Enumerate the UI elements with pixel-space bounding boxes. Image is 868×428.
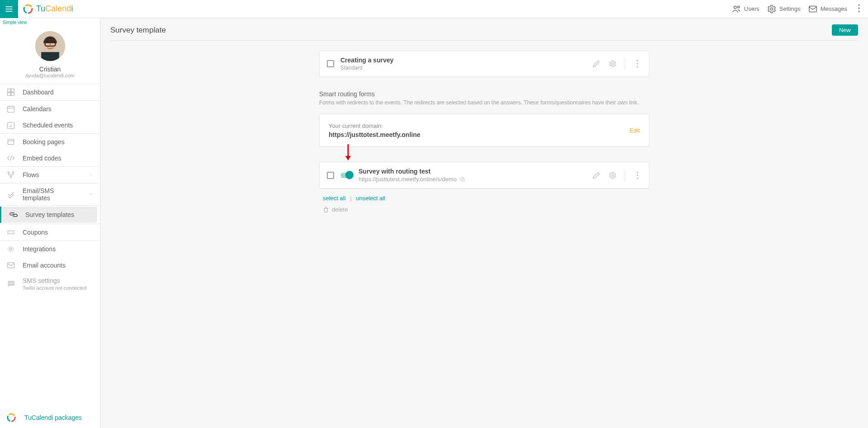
checkbox[interactable]	[327, 60, 334, 67]
avatar[interactable]	[35, 31, 65, 61]
svg-point-7	[737, 6, 739, 8]
logo-icon	[6, 413, 16, 423]
svg-line-29	[10, 155, 11, 161]
nav-sms-label: SMS settings	[23, 277, 86, 284]
svg-point-33	[10, 248, 12, 250]
users-link[interactable]: Users	[731, 4, 760, 14]
svg-point-49	[612, 174, 614, 176]
messages-label: Messages	[821, 5, 847, 12]
nav-sms-sub: Twilio account not connected	[23, 285, 86, 291]
chevron-down-icon	[88, 171, 94, 179]
domain-value: https://justtotest.meetfy.online	[329, 131, 420, 138]
nav-email-sms[interactable]: Email/SMS templates	[0, 183, 100, 205]
survey-row: Creating a survey Standard	[319, 51, 649, 77]
trash-icon	[323, 207, 329, 213]
edit-button[interactable]	[592, 171, 600, 179]
svg-point-52	[637, 178, 638, 179]
nav-booking[interactable]: Booking pages	[0, 134, 100, 150]
annotation-arrow	[344, 143, 649, 163]
nav-integrations[interactable]: Integrations	[0, 241, 100, 257]
nav-embed[interactable]: Embed codes	[0, 150, 100, 166]
nav-flows[interactable]: Flows	[0, 167, 100, 183]
svg-point-8	[770, 8, 773, 10]
messages-link[interactable]: Messages	[808, 4, 847, 14]
settings-button[interactable]	[609, 171, 617, 179]
mail-icon	[808, 4, 818, 14]
logo-text-3: i	[71, 4, 73, 14]
selection-links: select all | unselect all	[323, 195, 646, 202]
gear-icon	[609, 171, 617, 179]
packages-link[interactable]: TuCalendi packages	[0, 413, 100, 423]
nav-sms-settings[interactable]: SMS settings Twilio account not connecte…	[0, 273, 100, 294]
hamburger-icon	[5, 5, 14, 14]
routing-heading: Smart routing forms	[319, 90, 649, 98]
svg-point-41	[612, 63, 614, 65]
nav-email-accounts[interactable]: Email accounts	[0, 257, 100, 273]
svg-rect-27	[8, 139, 14, 145]
nav-survey-label: Survey templates	[25, 211, 74, 218]
simple-view-link[interactable]: Simple view	[0, 18, 100, 27]
svg-point-36	[10, 283, 11, 284]
nav-calendars[interactable]: Calendars	[0, 101, 100, 117]
nav-booking-label: Booking pages	[23, 138, 65, 146]
profile: Cristian ayuda@tucalendi.com	[0, 27, 100, 84]
delete-link[interactable]: delete	[323, 206, 646, 213]
gear-icon	[767, 4, 777, 14]
svg-rect-20	[8, 93, 11, 96]
new-button[interactable]: New	[832, 24, 858, 36]
row-more-button[interactable]	[633, 60, 642, 68]
page-header: Survey template New	[110, 24, 858, 41]
booking-icon	[6, 137, 15, 146]
survey-icon	[9, 210, 18, 219]
delete-label: delete	[332, 206, 348, 213]
nav-coupons[interactable]: Coupons	[0, 224, 100, 240]
svg-rect-21	[11, 93, 14, 96]
domain-card: Your current domain: https://justtotest.…	[319, 114, 649, 147]
users-label: Users	[744, 5, 760, 12]
svg-point-31	[12, 172, 14, 173]
pencil-icon	[592, 171, 600, 179]
main: Survey template New Creating a survey St…	[100, 18, 868, 428]
domain-label: Your current domain:	[329, 122, 420, 129]
svg-point-43	[637, 63, 638, 64]
svg-rect-9	[809, 6, 817, 12]
routing-url: https://justtotest.meetfy.online/s/demo	[359, 176, 457, 183]
profile-email: ayuda@tucalendi.com	[25, 73, 75, 78]
settings-button[interactable]	[609, 60, 617, 68]
svg-point-12	[858, 10, 859, 12]
nav-integrations-label: Integrations	[23, 245, 56, 253]
menu-toggle-button[interactable]	[0, 0, 18, 18]
svg-point-11	[858, 7, 859, 9]
pencil-icon	[592, 60, 600, 68]
copy-url-button[interactable]	[459, 176, 466, 183]
coupon-icon	[6, 228, 15, 237]
checkbox[interactable]	[327, 172, 334, 179]
svg-point-30	[8, 172, 9, 173]
select-all-link[interactable]: select all	[323, 195, 346, 202]
nav-email-sms-label: Email/SMS templates	[23, 187, 81, 202]
logo-text-1: Tu	[36, 4, 45, 14]
nav-scheduled[interactable]: Scheduled events	[0, 117, 100, 133]
logo[interactable]: TuCalendi	[18, 4, 77, 14]
svg-point-6	[734, 6, 736, 8]
routing-title: Survey with routing test	[359, 168, 586, 175]
flows-icon	[6, 170, 15, 179]
svg-point-44	[637, 66, 638, 67]
svg-rect-19	[11, 89, 14, 92]
nav-calendars-label: Calendars	[23, 105, 52, 113]
dashboard-icon	[6, 88, 15, 97]
unselect-all-link[interactable]: unselect all	[356, 195, 385, 202]
settings-label: Settings	[779, 5, 801, 12]
edit-button[interactable]	[592, 60, 600, 68]
topbar-more-button[interactable]	[854, 4, 863, 14]
nav-survey-templates[interactable]: Survey templates	[3, 207, 97, 223]
nav-dashboard[interactable]: Dashboard	[0, 84, 100, 100]
svg-point-50	[637, 171, 638, 173]
gear-icon	[609, 60, 617, 68]
enable-toggle[interactable]	[340, 173, 352, 178]
svg-rect-17	[41, 52, 59, 61]
edit-domain-link[interactable]: Edit	[630, 127, 640, 134]
settings-link[interactable]: Settings	[767, 4, 801, 14]
more-vertical-icon	[633, 60, 642, 68]
row-more-button[interactable]	[633, 171, 642, 179]
